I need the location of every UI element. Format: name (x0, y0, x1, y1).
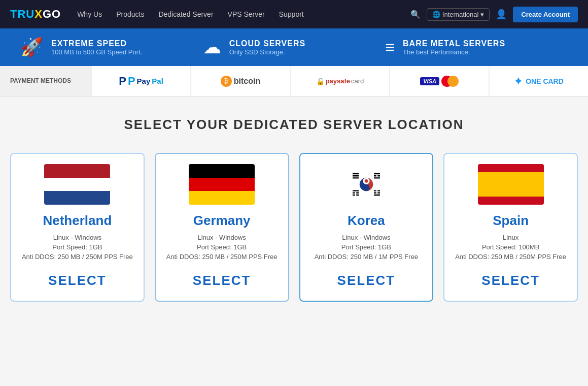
germany-anti-ddos: Anti DDOS: 250 MB / 250M PPS Free (166, 253, 278, 261)
payment-bar: PAYMENT METHODS P P Pay Pal ₿ bitcoin 🔒 … (0, 66, 588, 96)
spain-select-button[interactable]: SELECT (481, 271, 540, 291)
lock-icon: 🔒 (316, 77, 325, 85)
create-account-button[interactable]: Create Account (513, 7, 578, 22)
svg-point-19 (365, 186, 368, 189)
feature-bare-metal: ≡ BARE METAL SERVERS The best Performanc… (385, 37, 568, 58)
feature-cloud-servers: ☁ CLOUD SERVERS Only SSD Storage. (203, 37, 386, 58)
korea-select-button[interactable]: SELECT (337, 271, 396, 291)
spain-name: Spain (493, 213, 529, 229)
nl-blue-stripe (44, 191, 110, 205)
paysafe-text: paysafe (326, 77, 350, 85)
international-selector[interactable]: 🌐 International ▾ (427, 8, 490, 21)
korea-os: Linux - Windows (342, 234, 390, 241)
spain-os: Linux (503, 234, 518, 241)
paysafecard-logo: 🔒 paysafe card (316, 77, 364, 85)
nav-right: 🔍 🌐 International ▾ 👤 Create Account (410, 7, 578, 22)
paysafe-payment[interactable]: 🔒 paysafe card (290, 66, 390, 96)
search-icon[interactable]: 🔍 (410, 10, 421, 19)
de-gold-stripe (189, 191, 255, 205)
nav-vps-server[interactable]: VPS Server (222, 7, 271, 21)
korea-flag (333, 164, 399, 205)
es-red-top (478, 164, 544, 172)
korea-port-speed: Port Speed: 1GB (341, 243, 391, 251)
server-card-germany: Germany Linux - Windows Port Speed: 1GB … (155, 153, 289, 302)
bare-metal-text: BARE METAL SERVERS The best Performance. (403, 39, 505, 56)
nav-dedicated-server[interactable]: Dedicated Server (152, 7, 219, 21)
paypal-p-icon: P (119, 75, 126, 88)
bitcoin-icon: ₿ (221, 76, 232, 87)
es-red-bottom (478, 197, 544, 205)
cloud-servers-title: CLOUD SERVERS (229, 39, 306, 48)
paypal-text: Pay (137, 77, 151, 85)
user-icon[interactable]: 👤 (496, 9, 507, 20)
korea-name: Korea (348, 213, 385, 229)
svg-point-18 (365, 179, 368, 183)
extreme-speed-text: EXTREME SPEED 100 MB to 500 GB Speed Por… (51, 39, 142, 56)
de-black-stripe (189, 164, 255, 178)
chevron-down-icon: ▾ (480, 11, 484, 18)
features-bar: 🚀 EXTREME SPEED 100 MB to 500 GB Speed P… (0, 28, 588, 66)
nav-links: Why Us Products Dedicated Server VPS Ser… (71, 7, 405, 21)
bitcoin-text: bitcoin (234, 77, 260, 86)
spain-anti-ddos: Anti DDOS: 250 MB / 250M PPS Free (455, 253, 566, 261)
payment-methods-label: PAYMENT METHODS (0, 66, 91, 96)
netherland-select-button[interactable]: SELECT (48, 271, 107, 291)
visa-logo: VISA (420, 77, 439, 85)
visa-mc-payment[interactable]: VISA (390, 66, 489, 96)
germany-flag (189, 164, 255, 205)
paypal-p2-icon: P (128, 75, 135, 88)
nav-products[interactable]: Products (110, 7, 150, 21)
nl-white-stripe (44, 178, 110, 191)
paysafe-card-text: card (351, 77, 364, 85)
server-card-korea: Korea Linux - Windows Port Speed: 1GB An… (299, 153, 434, 302)
cloud-servers-desc: Only SSD Storage. (229, 48, 306, 56)
server-card-spain: Spain Linux Port Speed: 100MB Anti DDOS:… (443, 153, 578, 302)
netherland-flag (44, 164, 110, 205)
spain-port-speed: Port Speed: 100MB (482, 243, 539, 251)
paypal-payment[interactable]: P P Pay Pal (91, 66, 191, 96)
germany-select-button[interactable]: SELECT (193, 271, 251, 291)
onecard-payment[interactable]: ✦ ONE CARD (489, 66, 588, 96)
bare-metal-title: BARE METAL SERVERS (403, 39, 505, 48)
feature-extreme-speed: 🚀 EXTREME SPEED 100 MB to 500 GB Speed P… (20, 37, 203, 58)
es-yellow-mid (478, 172, 544, 197)
mc-orange-circle (447, 76, 459, 87)
rocket-icon: 🚀 (20, 37, 43, 58)
korea-anti-ddos: Anti DDOS: 250 MB / 1M PPS Free (315, 253, 418, 261)
netherland-os: Linux - Windows (53, 234, 101, 241)
logo[interactable]: TRUXGO (10, 8, 61, 21)
bitcoin-payment[interactable]: ₿ bitcoin (191, 66, 290, 96)
navbar: TRUXGO Why Us Products Dedicated Server … (0, 0, 588, 28)
paypal-logo: P P Pay Pal (119, 75, 163, 88)
nav-why-us[interactable]: Why Us (71, 7, 108, 21)
korea-flag-bg (333, 164, 399, 205)
de-red-stripe (189, 178, 255, 191)
mastercard-logo (441, 76, 459, 87)
cloud-icon: ☁ (203, 37, 221, 58)
extreme-speed-title: EXTREME SPEED (51, 39, 142, 48)
spain-flag-stripes (478, 164, 544, 205)
section-title-wrap: SELECT YOUR DEDICATED SERVER LOCATION (0, 96, 588, 143)
bare-metal-desc: The best Performance. (403, 48, 505, 56)
server-card-netherland: Netherland Linux - Windows Port Speed: 1… (10, 153, 145, 302)
germany-name: Germany (193, 213, 251, 229)
visa-mc-logo: VISA (420, 76, 459, 87)
globe-icon: 🌐 (432, 11, 440, 18)
payment-methods-list: P P Pay Pal ₿ bitcoin 🔒 paysafe card VIS… (91, 66, 588, 96)
server-cards: Netherland Linux - Windows Port Speed: 1… (0, 143, 588, 322)
netherland-anti-ddos: Anti DDOS: 250 MB / 250M PPS Free (22, 253, 133, 261)
germany-port-speed: Port Speed: 1GB (197, 243, 247, 251)
paypal-text2: Pal (152, 77, 163, 85)
extreme-speed-desc: 100 MB to 500 GB Speed Port. (51, 48, 142, 56)
international-label: International (442, 11, 479, 18)
netherlands-flag-stripes (44, 164, 110, 205)
korea-flag-svg (351, 169, 382, 200)
germany-flag-stripes (189, 164, 255, 205)
onecard-text: ONE CARD (526, 77, 564, 85)
netherland-port-speed: Port Speed: 1GB (52, 243, 102, 251)
nl-red-stripe (44, 164, 110, 178)
nav-support[interactable]: Support (273, 7, 310, 21)
onecard-icon: ✦ (514, 75, 523, 87)
netherland-name: Netherland (43, 213, 112, 229)
germany-os: Linux - Windows (197, 234, 246, 241)
